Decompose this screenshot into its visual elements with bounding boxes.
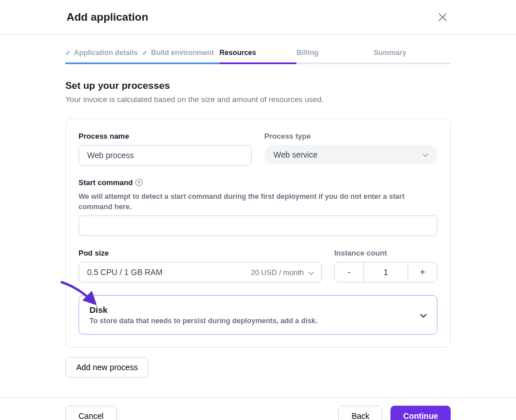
pod-size-select[interactable]: 0.5 CPU / 1 GB RAM 20 USD / month [79,262,322,282]
pod-size-value: 0.5 CPU / 1 GB RAM [87,268,162,277]
section-title: Set up your processes [65,80,451,92]
disk-subtitle: To store data that needs to persist duri… [89,317,318,325]
continue-button[interactable]: Continue [390,406,451,420]
step-label: Build environment [151,49,214,57]
instance-count-value: 1 [363,262,408,282]
wizard-stepper: ✓ Application details ✓ Build environmen… [65,49,451,64]
check-icon: ✓ [65,49,71,57]
start-command-input[interactable] [79,215,437,236]
chevron-down-icon [420,311,427,320]
step-label: Summary [374,49,406,57]
help-icon[interactable]: ? [135,179,143,186]
step-label: Resources [220,49,256,57]
section-subtitle: Your invoice is calculated based on the … [65,95,451,104]
back-button[interactable]: Back [338,406,382,420]
step-billing[interactable]: Billing [296,49,373,64]
modal-header: Add application [0,0,516,35]
chevron-down-icon [308,268,314,277]
disk-panel[interactable]: Disk To store data that needs to persist… [79,295,437,335]
decrement-button[interactable]: - [335,262,363,282]
disk-title: Disk [89,305,318,315]
process-card: Process name Process type Web service St… [65,119,451,348]
process-name-input[interactable] [79,145,252,166]
modal-title: Add application [67,11,148,23]
start-command-label: Start command ? [79,178,437,187]
process-type-value: Web service [273,150,318,159]
process-name-label: Process name [79,132,252,140]
step-resources[interactable]: Resources [220,49,296,64]
footer: Cancel Back Continue [0,397,516,420]
instance-count-stepper: - 1 + [334,262,437,282]
chevron-down-icon [423,152,428,158]
step-application-details[interactable]: ✓ Application details [65,49,142,64]
add-process-button[interactable]: Add new process [65,357,148,378]
cancel-button[interactable]: Cancel [65,406,117,420]
start-command-help: We will attempt to detect a start comman… [79,191,437,212]
pod-size-label: Pod size [79,249,322,257]
step-label: Billing [296,49,318,57]
process-type-label: Process type [264,132,437,140]
pod-size-price: 20 USD / month [251,268,304,277]
close-icon[interactable] [436,10,449,24]
step-build-environment[interactable]: ✓ Build environment [142,49,219,64]
step-summary[interactable]: Summary [374,49,451,64]
increment-button[interactable]: + [408,262,437,282]
step-label: Application details [74,49,138,57]
process-type-select[interactable]: Web service [264,145,437,164]
instance-count-label: Instance count [334,249,437,257]
check-icon: ✓ [142,49,147,57]
